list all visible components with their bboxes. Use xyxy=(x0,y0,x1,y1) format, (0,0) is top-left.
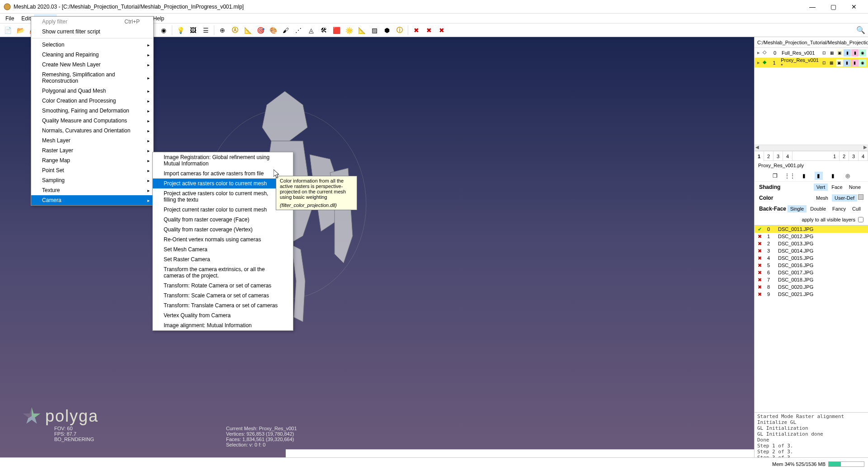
raster-row[interactable]: ✖9DSC_0021.JPG xyxy=(755,291,868,298)
camera-submenu-item[interactable]: Quality from raster coverage (Vertex) xyxy=(153,225,293,235)
camera-submenu-item[interactable]: Transform: Scale Camera or set of camera… xyxy=(153,291,293,301)
camera-submenu-item[interactable]: Set Mesh Camera xyxy=(153,244,293,254)
x-icon[interactable]: ✖ xyxy=(756,277,763,283)
raster-row[interactable]: ✔0DSC_0011.JPG xyxy=(755,226,868,233)
filters-item[interactable]: Selection xyxy=(31,40,153,50)
backface-fancy[interactable]: Fancy xyxy=(830,205,849,212)
tab-4[interactable]: 4 xyxy=(783,151,793,161)
prop-points-icon[interactable]: ⋮⋮ xyxy=(786,172,794,180)
backface-double[interactable]: Double xyxy=(807,205,829,212)
minimize-button[interactable]: — xyxy=(802,0,823,14)
x-icon[interactable]: ✖ xyxy=(756,241,763,247)
camera-submenu-item[interactable]: Project active rasters color to current … xyxy=(153,188,293,205)
raster-row[interactable]: ✖2DSC_0013.JPG xyxy=(755,240,868,247)
layer-row[interactable]: ▸ ◇ 0 Full_Res_v001 ⊡ ▦ ▣ ▮ ▮ ◉ xyxy=(755,48,868,58)
layer-row[interactable]: ▸ ◆ 1 Proxy_Res_v001 * ⊡ ▦ ▣ ▮ ▮ ◉ xyxy=(755,58,868,68)
color-userdef[interactable]: User-Def xyxy=(832,194,857,202)
camera-submenu-item[interactable]: Image Registration: Global refinement us… xyxy=(153,152,293,169)
mini-icon[interactable]: ▦ xyxy=(828,49,835,56)
mini-icon[interactable]: ▣ xyxy=(836,49,843,56)
ref-scene-icon[interactable]: 🛠 xyxy=(318,24,330,36)
camera-submenu-item[interactable]: Import cameras for active rasters from f… xyxy=(153,169,293,179)
camera-submenu-item[interactable]: Project active rasters color to current … xyxy=(153,179,293,188)
check-icon[interactable]: ✔ xyxy=(756,226,763,232)
brush-icon[interactable]: 🖌 xyxy=(280,24,292,36)
trackball-icon[interactable]: ⊕ xyxy=(217,24,228,36)
filters-item[interactable]: Sampling xyxy=(31,175,153,185)
filters-item[interactable]: Smoothing, Fairing and Deformation xyxy=(31,106,153,116)
visibility-icon[interactable]: ◇ xyxy=(763,49,770,56)
open-project-icon[interactable]: 📂 xyxy=(14,24,26,36)
raster-row[interactable]: ✖4DSC_0015.JPG xyxy=(755,254,868,262)
shading-vert[interactable]: Vert xyxy=(814,183,828,191)
delete2-icon[interactable]: ✖ xyxy=(423,24,435,36)
tab-r1[interactable]: 1 xyxy=(830,151,840,161)
plugin2-icon[interactable]: 🌟 xyxy=(343,24,355,36)
expand-icon[interactable]: ▸ xyxy=(756,60,761,66)
raster-row[interactable]: ✖1DSC_0012.JPG xyxy=(755,233,868,240)
camera-submenu-item[interactable]: Transform: Rotate Camera or set of camer… xyxy=(153,281,293,291)
mini-icon[interactable]: ▣ xyxy=(836,59,843,66)
tab-r2[interactable]: 2 xyxy=(840,151,849,161)
filters-item[interactable]: Remeshing, Simplification and Reconstruc… xyxy=(31,70,153,86)
mini-icon[interactable]: ⊡ xyxy=(821,59,828,66)
align-icon[interactable]: 🎯 xyxy=(255,24,266,36)
mini-icon[interactable]: ◉ xyxy=(859,49,866,56)
mini-icon[interactable]: ⊡ xyxy=(821,49,828,56)
delete1-icon[interactable]: ✖ xyxy=(410,24,422,36)
x-icon[interactable]: ✖ xyxy=(756,248,763,254)
filters-item[interactable]: Polygonal and Quad Mesh xyxy=(31,86,153,96)
camera-submenu-item[interactable]: Vertex Quality from Camera xyxy=(153,310,293,320)
mini-icon[interactable]: ▮ xyxy=(851,49,859,56)
filters-item[interactable]: Quality Measure and Computations xyxy=(31,116,153,126)
x-icon[interactable]: ✖ xyxy=(756,291,763,297)
raster-mode-icon[interactable]: 🖼 xyxy=(187,24,199,36)
tab-r3[interactable]: 3 xyxy=(849,151,859,161)
mini-icon[interactable]: ▮ xyxy=(844,49,851,56)
backface-cull[interactable]: Cull xyxy=(849,205,863,212)
layers-icon[interactable]: ☰ xyxy=(200,24,212,36)
prop-wire-icon[interactable]: ▮ xyxy=(800,172,808,180)
tab-2[interactable]: 2 xyxy=(764,151,774,161)
paint-icon[interactable]: 🎨 xyxy=(267,24,279,36)
new-project-icon[interactable]: 📄 xyxy=(2,24,14,36)
mini-icon[interactable]: ▮ xyxy=(844,59,851,66)
layer-scrollbar[interactable] xyxy=(755,145,868,151)
backface-single[interactable]: Single xyxy=(788,205,807,212)
show-script-item[interactable]: Show current filter script xyxy=(31,27,153,37)
raster-row[interactable]: ✖8DSC_0020.JPG xyxy=(755,283,868,291)
plugin3-icon[interactable]: 📐 xyxy=(356,24,368,36)
tab-1[interactable]: 1 xyxy=(755,151,764,161)
filters-item[interactable]: Range Map xyxy=(31,155,153,165)
measure-icon[interactable]: 📐 xyxy=(242,24,254,36)
filters-item[interactable]: Normals, Curvatures and Orientation xyxy=(31,126,153,136)
apply-all-checkbox[interactable] xyxy=(858,217,863,222)
filters-item[interactable]: Mesh Layer xyxy=(31,136,153,146)
x-icon[interactable]: ✖ xyxy=(756,255,763,261)
prop-sel-icon[interactable]: ▮ xyxy=(829,172,837,180)
x-icon[interactable]: ✖ xyxy=(756,284,763,290)
info-a-icon[interactable]: Ⓐ xyxy=(229,24,241,36)
light-icon[interactable]: 💡 xyxy=(175,24,186,36)
prop-flat-icon[interactable]: ▮ xyxy=(815,172,823,180)
expand-icon[interactable]: ▸ xyxy=(756,50,761,56)
apply-filter-item[interactable]: Apply filter Ctrl+P xyxy=(31,17,153,27)
camera-submenu-item[interactable]: Quality from raster coverage (Face) xyxy=(153,215,293,225)
camera-submenu-item[interactable]: Transform the camera extrinsics, or all … xyxy=(153,264,293,281)
tab-r4[interactable]: 4 xyxy=(859,151,868,161)
plugin5-icon[interactable]: ⬢ xyxy=(381,24,393,36)
filters-item[interactable]: Point Set xyxy=(31,165,153,175)
info-icon[interactable]: ⓘ xyxy=(394,24,406,36)
raster-row[interactable]: ✖3DSC_0014.JPG xyxy=(755,247,868,254)
select-face-icon[interactable]: ◬ xyxy=(305,24,317,36)
raster-row[interactable]: ✖5DSC_0016.JPG xyxy=(755,262,868,269)
camera-submenu-item[interactable]: Image alignment: Mutual Information xyxy=(153,320,293,330)
prop-cube-icon[interactable]: ❒ xyxy=(771,172,779,180)
select-vertex-icon[interactable]: ⋰ xyxy=(292,24,304,36)
camera-submenu-item[interactable]: Re-Orient vertex normals using cameras xyxy=(153,235,293,244)
smooth-icon[interactable]: ◉ xyxy=(158,24,170,36)
plugin1-icon[interactable]: 🟥 xyxy=(330,24,342,36)
camera-submenu-item[interactable]: Set Raster Camera xyxy=(153,254,293,264)
filters-item[interactable]: Texture xyxy=(31,185,153,195)
search-icon[interactable]: 🔍 xyxy=(855,25,866,35)
